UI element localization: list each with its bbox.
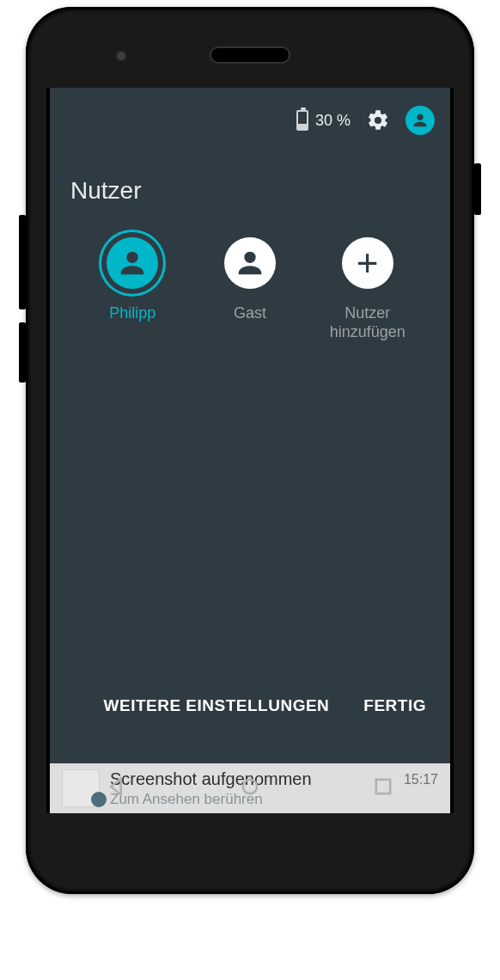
status-bar: 30 % [50, 88, 450, 153]
earpiece-speaker [211, 48, 289, 62]
quick-settings-panel: 30 % Nutzer [50, 88, 450, 763]
user-label: Nutzer hinzufügen [330, 304, 405, 341]
done-button[interactable]: FERTIG [363, 696, 426, 715]
user-item-add-user[interactable]: + Nutzer hinzufügen [308, 232, 426, 341]
user-list: Philipp Gast + [50, 220, 450, 341]
settings-gear-icon[interactable] [366, 108, 390, 132]
notification-card[interactable]: Screenshot aufgenommen Zum Ansehen berüh… [50, 763, 450, 813]
person-icon [224, 237, 276, 289]
person-icon [107, 237, 158, 289]
battery-indicator[interactable]: 30 % [296, 110, 351, 131]
user-label: Gast [234, 304, 266, 323]
user-label: Philipp [109, 304, 155, 323]
battery-percent: 30 % [315, 112, 351, 130]
phone-power-button [474, 163, 481, 215]
phone-volume-button [19, 322, 26, 383]
panel-title: Nutzer [50, 153, 450, 220]
notification-time: 15:17 [404, 772, 438, 787]
notification-app-icon [91, 792, 107, 807]
phone-volume-button [19, 215, 26, 309]
device-screen: 30 % Nutzer [46, 88, 454, 813]
user-item-guest[interactable]: Gast [192, 232, 309, 341]
device-frame: 30 % Nutzer [26, 7, 474, 894]
notification-title: Screenshot aufgenommen [110, 769, 393, 789]
panel-actions: WEITERE EINSTELLUNGEN FERTIG [50, 696, 450, 715]
more-settings-button[interactable]: WEITERE EINSTELLUNGEN [104, 696, 330, 715]
current-user-icon[interactable] [405, 106, 435, 135]
notification-subtitle: Zum Ansehen berühren [110, 791, 393, 808]
plus-icon: + [342, 237, 393, 289]
front-camera [117, 52, 125, 60]
user-item-philipp[interactable]: Philipp [74, 232, 192, 341]
battery-icon [296, 110, 308, 131]
